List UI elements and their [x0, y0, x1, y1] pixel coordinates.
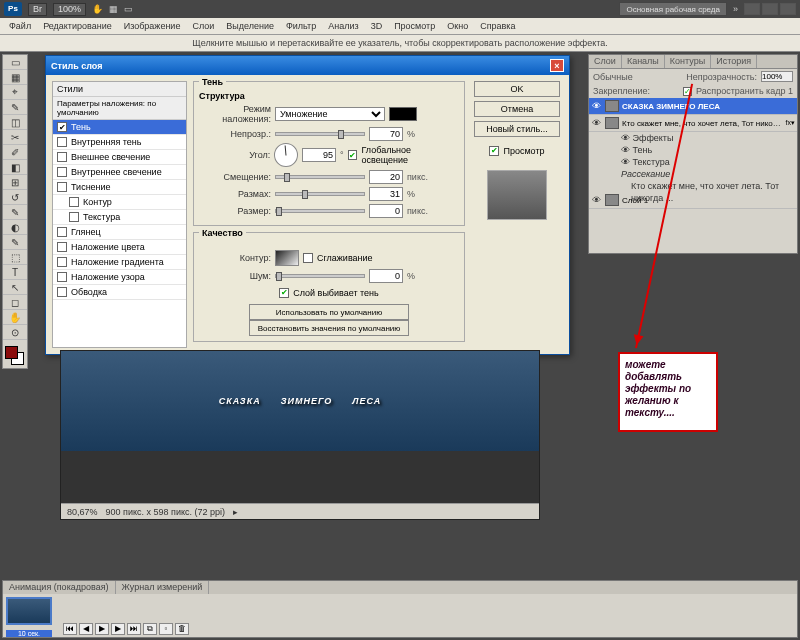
style-checkbox[interactable] [57, 227, 67, 237]
tab-measurements[interactable]: Журнал измерений [116, 581, 210, 594]
angle-dial[interactable] [274, 143, 298, 167]
style-checkbox[interactable] [57, 257, 67, 267]
eye-icon[interactable]: 👁 [591, 195, 602, 205]
style-checkbox[interactable] [57, 152, 67, 162]
size-input[interactable] [369, 204, 403, 218]
blend-select[interactable]: Умножение [275, 107, 385, 121]
style-item-Внешнее свечение[interactable]: Внешнее свечение [53, 150, 186, 165]
view-icon[interactable]: ▦ [109, 4, 118, 14]
noise-slider[interactable] [275, 274, 365, 278]
cancel-button[interactable]: Отмена [474, 101, 560, 117]
menu-window[interactable]: Окно [442, 20, 473, 32]
dialog-titlebar[interactable]: Стиль слоя × [46, 56, 569, 75]
tool-stamp[interactable]: ↺ [3, 190, 27, 205]
style-item-Текстура[interactable]: Текстура [53, 210, 186, 225]
tool-brush[interactable]: ⊞ [3, 175, 27, 190]
color-swatch[interactable] [3, 344, 27, 368]
fx-item-emboss[interactable]: Рассекание [621, 168, 797, 180]
style-item-Контур[interactable]: Контур [53, 195, 186, 210]
offset-input[interactable] [369, 170, 403, 184]
preview-checkbox[interactable] [489, 146, 499, 156]
screen-icon[interactable]: ▭ [124, 4, 133, 14]
ok-button[interactable]: OK [474, 81, 560, 97]
spread-input[interactable] [369, 187, 403, 201]
style-item-Тень[interactable]: Тень [53, 120, 186, 135]
style-checkbox[interactable] [69, 212, 79, 222]
menu-analysis[interactable]: Анализ [323, 20, 363, 32]
anim-prev-icon[interactable]: ◀ [79, 623, 93, 635]
style-checkbox[interactable] [57, 122, 67, 132]
fx-item-sub[interactable]: Кто скажет мне, что хочет лета. Тот нико… [621, 180, 797, 192]
contour-picker[interactable] [275, 250, 299, 266]
antialias-checkbox[interactable] [303, 253, 313, 263]
new-style-button[interactable]: Новый стиль... [474, 121, 560, 137]
tool-shape[interactable]: ◻ [3, 295, 27, 310]
style-item-Тиснение[interactable]: Тиснение [53, 180, 186, 195]
style-checkbox[interactable] [57, 167, 67, 177]
style-checkbox[interactable] [57, 287, 67, 297]
styles-header[interactable]: Стили [53, 82, 186, 97]
anim-end-icon[interactable]: ⏭ [127, 623, 141, 635]
tool-lasso[interactable]: ⌖ [3, 85, 27, 100]
style-item-Наложение цвета[interactable]: Наложение цвета [53, 240, 186, 255]
bridge-button[interactable]: Br [28, 3, 47, 16]
tool-crop[interactable]: ◫ [3, 115, 27, 130]
style-checkbox[interactable] [57, 272, 67, 282]
tool-slice[interactable]: ✂ [3, 130, 27, 145]
noise-input[interactable] [369, 269, 403, 283]
layer-row-text[interactable]: 👁 СКАЗКА ЗИМНЕГО ЛЕСА [589, 98, 797, 115]
offset-slider[interactable] [275, 175, 365, 179]
knockout-checkbox[interactable] [279, 288, 289, 298]
tool-history[interactable]: ✎ [3, 205, 27, 220]
tab-history[interactable]: История [711, 55, 757, 68]
style-checkbox[interactable] [57, 137, 67, 147]
menu-image[interactable]: Изображение [119, 20, 186, 32]
tool-gradient[interactable]: ✎ [3, 235, 27, 250]
style-item-Внутренняя тень[interactable]: Внутренняя тень [53, 135, 186, 150]
document-canvas[interactable]: СКАЗКАЗИМНЕГОЛЕСА 80,67% 900 пикс. x 598… [60, 350, 540, 520]
tool-eyedrop[interactable]: ✐ [3, 145, 27, 160]
tool-wand[interactable]: ✎ [3, 100, 27, 115]
reset-default-button[interactable]: Восстановить значения по умолчанию [249, 320, 409, 336]
tool-path[interactable]: ↖ [3, 280, 27, 295]
shadow-color-swatch[interactable] [389, 107, 417, 121]
window-arrange-icon[interactable] [744, 3, 760, 15]
tool-move[interactable]: ▭ [3, 55, 27, 70]
opacity-input[interactable] [761, 71, 793, 82]
style-checkbox[interactable] [57, 242, 67, 252]
layer-row[interactable]: 👁 Кто скажет мне, что хочет лета, Тот ни… [589, 115, 797, 132]
tool-type[interactable]: T [3, 265, 27, 280]
anim-play-icon[interactable]: ▶ [95, 623, 109, 635]
tool-hand[interactable]: ✋ [3, 310, 27, 325]
tab-channels[interactable]: Каналы [622, 55, 665, 68]
menu-view[interactable]: Просмотр [389, 20, 440, 32]
tool-heal[interactable]: ◧ [3, 160, 27, 175]
close-icon[interactable]: × [550, 59, 564, 72]
overlay-header[interactable]: Параметры наложения: по умолчанию [53, 97, 186, 120]
style-item-Внутреннее свечение[interactable]: Внутреннее свечение [53, 165, 186, 180]
anim-next-icon[interactable]: ▶ [111, 623, 125, 635]
tool-marquee[interactable]: ▦ [3, 70, 27, 85]
tab-animation[interactable]: Анимация (покадровая) [3, 581, 116, 594]
angle-input[interactable] [302, 148, 336, 162]
menu-layers[interactable]: Слои [187, 20, 219, 32]
menu-3d[interactable]: 3D [366, 20, 388, 32]
tab-paths[interactable]: Контуры [665, 55, 711, 68]
anim-frame[interactable] [6, 597, 52, 625]
layer-row[interactable]: 👁 Слой 1 [589, 192, 797, 209]
opacity-slider[interactable] [275, 132, 365, 136]
fx-badge[interactable]: fx▾ [786, 119, 795, 127]
global-light-checkbox[interactable] [348, 150, 358, 160]
window-arrange-icon[interactable] [780, 3, 796, 15]
size-slider[interactable] [275, 209, 365, 213]
tab-layers[interactable]: Слои [589, 55, 622, 68]
zoom-dropdown[interactable]: 100% [53, 3, 86, 16]
frame-delay[interactable]: 10 сек. [6, 630, 52, 637]
workspace-button[interactable]: Основная рабочая среда [619, 2, 727, 16]
anim-tween-icon[interactable]: ⧉ [143, 623, 157, 635]
style-checkbox[interactable] [69, 197, 79, 207]
menu-select[interactable]: Выделение [221, 20, 279, 32]
opacity-input[interactable] [369, 127, 403, 141]
use-default-button[interactable]: Использовать по умолчанию [249, 304, 409, 320]
anim-delete-icon[interactable]: 🗑 [175, 623, 189, 635]
